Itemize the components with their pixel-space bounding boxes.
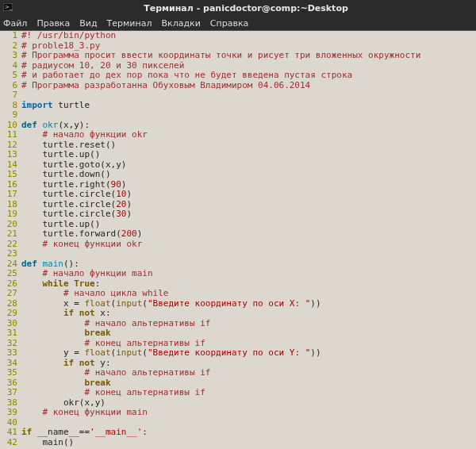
- window-title: Терминал - panicdoctor@comp:~Desktop: [16, 3, 476, 13]
- code-content: if __name__=='__main__':: [21, 428, 476, 438]
- menu-tabs[interactable]: Вкладки: [161, 18, 200, 29]
- code-line[interactable]: 22 # конец функции okr: [0, 240, 476, 250]
- line-number: 13: [0, 150, 21, 160]
- line-number: 41: [0, 428, 21, 438]
- line-number: 23: [0, 249, 21, 259]
- menu-bar: Файл Правка Вид Терминал Вкладки Справка: [0, 16, 476, 31]
- line-number: 27: [0, 289, 21, 299]
- line-number: 15: [0, 170, 21, 180]
- title-bar: >_ Терминал - panicdoctor@comp:~Desktop: [0, 0, 476, 16]
- terminal-icon: >_: [0, 3, 16, 13]
- code-content: import turtle: [21, 101, 476, 111]
- menu-edit[interactable]: Правка: [36, 18, 70, 29]
- code-content: # Программа разработанна Обуховым Владим…: [21, 81, 476, 91]
- line-number: 42: [0, 438, 21, 448]
- line-number: 29: [0, 309, 21, 319]
- line-number: 2: [0, 41, 21, 52]
- menu-terminal[interactable]: Терминал: [107, 18, 152, 29]
- line-number: 35: [0, 368, 21, 378]
- menu-view[interactable]: Вид: [79, 18, 97, 29]
- code-line[interactable]: 8import turtle: [0, 101, 476, 111]
- line-number: 5: [0, 71, 21, 81]
- code-content: # конец функции okr: [21, 240, 476, 250]
- line-number: 3: [0, 51, 21, 61]
- code-editor[interactable]: 1#! /usr/bin/python2# proble18_3.py3# Пр…: [0, 31, 476, 449]
- menu-file[interactable]: Файл: [3, 18, 27, 29]
- code-line[interactable]: 42 main(): [0, 438, 476, 448]
- line-number: 21: [0, 229, 21, 240]
- line-number: 31: [0, 328, 21, 339]
- code-line[interactable]: 39 # конец функции main: [0, 408, 476, 418]
- line-number: 7: [0, 90, 21, 101]
- line-number: 17: [0, 190, 21, 200]
- line-number: 4: [0, 61, 21, 71]
- line-number: 1: [0, 31, 21, 41]
- menu-help[interactable]: Справка: [210, 18, 248, 29]
- line-number: 37: [0, 388, 21, 398]
- code-content: # конец функции main: [21, 408, 476, 418]
- line-number: 6: [0, 81, 21, 91]
- line-number: 8: [0, 101, 21, 111]
- code-content: main(): [21, 438, 476, 448]
- code-line[interactable]: 6# Программа разработанна Обуховым Влади…: [0, 81, 476, 91]
- line-number: 19: [0, 209, 21, 220]
- line-number: 9: [0, 110, 21, 121]
- svg-text:>_: >_: [5, 4, 13, 10]
- code-content: [21, 249, 476, 259]
- line-number: 25: [0, 269, 21, 279]
- line-number: 39: [0, 408, 21, 418]
- line-number: 11: [0, 130, 21, 140]
- line-number: 33: [0, 348, 21, 359]
